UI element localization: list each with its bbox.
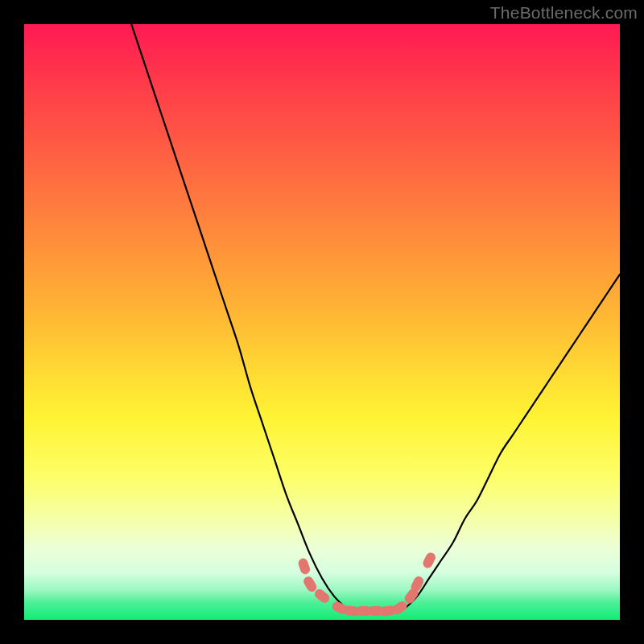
chart-plot-area: [24, 24, 620, 620]
marker-point: [302, 575, 319, 593]
marker-point: [421, 551, 437, 569]
chart-curves: [131, 24, 620, 608]
watermark-text: TheBottleneck.com: [490, 3, 638, 23]
curve-left-curve: [131, 24, 345, 608]
marker-point: [297, 557, 312, 576]
curve-right-curve: [406, 275, 620, 608]
chart-markers: [297, 551, 437, 617]
chart-frame: TheBottleneck.com: [0, 0, 644, 644]
chart-svg: [24, 24, 620, 620]
